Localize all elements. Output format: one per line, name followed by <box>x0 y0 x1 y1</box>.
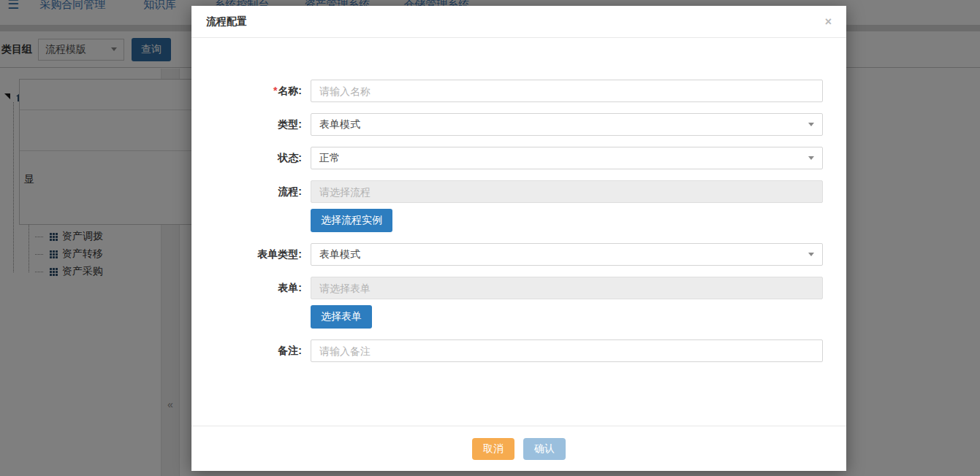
type-select-value: 表单模式 <box>319 118 360 131</box>
form-row-process: 流程: 选择流程实例 <box>191 180 823 232</box>
process-label: 流程: <box>191 180 311 232</box>
name-input[interactable] <box>311 80 823 102</box>
form-row-type: 类型: 表单模式 <box>191 113 823 136</box>
status-select-value: 正常 <box>319 152 340 165</box>
form-input <box>311 277 823 299</box>
modal-footer: 取消 确认 <box>191 426 846 471</box>
form-type-select-value: 表单模式 <box>319 248 360 261</box>
process-input <box>311 180 823 203</box>
modal-header: 流程配置 × <box>191 6 846 38</box>
process-config-modal: 流程配置 × *名称: 类型: 表单模式 状态: 正常 <box>191 6 846 471</box>
type-label: 类型: <box>191 113 311 136</box>
name-label: *名称: <box>191 80 311 102</box>
form-type-label: 表单类型: <box>191 243 311 266</box>
close-icon[interactable]: × <box>825 16 832 28</box>
status-label: 状态: <box>191 147 311 169</box>
required-asterisk: * <box>273 85 277 96</box>
choose-process-instance-button[interactable]: 选择流程实例 <box>311 209 392 232</box>
confirm-button[interactable]: 确认 <box>523 438 566 460</box>
status-select[interactable]: 正常 <box>311 147 823 169</box>
remark-input[interactable] <box>311 339 823 362</box>
modal-title: 流程配置 <box>206 15 247 28</box>
form-row-name: *名称: <box>191 80 823 102</box>
form-row-remark: 备注: <box>191 339 823 362</box>
type-select[interactable]: 表单模式 <box>311 113 823 136</box>
form-type-select[interactable]: 表单模式 <box>311 243 823 266</box>
chevron-down-icon <box>808 123 814 126</box>
form-row-status: 状态: 正常 <box>191 147 823 169</box>
chevron-down-icon <box>808 156 814 160</box>
modal-body: *名称: 类型: 表单模式 状态: 正常 <box>191 39 846 426</box>
form-row-form-type: 表单类型: 表单模式 <box>191 243 823 266</box>
cancel-button[interactable]: 取消 <box>472 438 514 460</box>
chevron-down-icon <box>808 253 814 256</box>
remark-label: 备注: <box>191 339 311 362</box>
choose-form-button[interactable]: 选择表单 <box>311 305 372 329</box>
form-row-form: 表单: 选择表单 <box>191 277 823 329</box>
form-label: 表单: <box>191 277 311 329</box>
